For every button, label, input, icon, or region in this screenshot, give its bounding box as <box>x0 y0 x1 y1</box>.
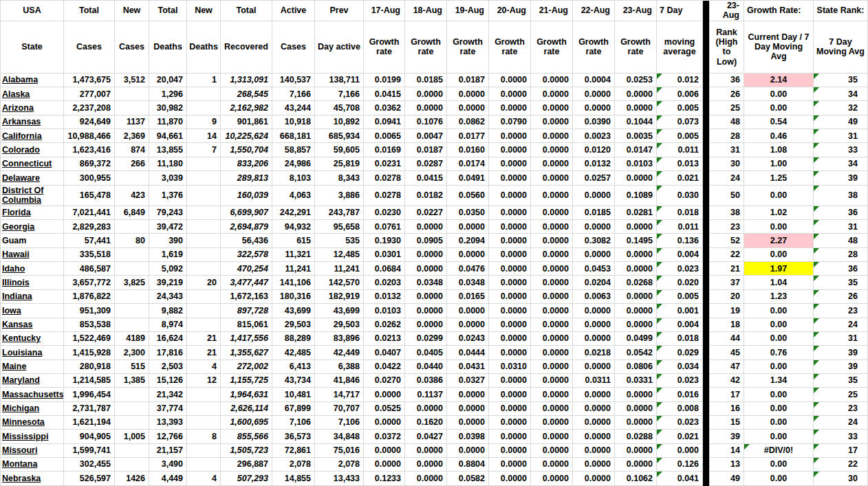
cell-recovered[interactable]: 322,578 <box>221 247 272 261</box>
cell-growth-18aug[interactable]: 0.0427 <box>405 430 447 443</box>
cell-growth-19aug[interactable]: 0.0348 <box>447 276 489 289</box>
cell-growth-22aug[interactable]: 0.0063 <box>573 289 615 303</box>
header-growth-22aug[interactable]: Growth rate <box>573 21 615 73</box>
cell-total-deaths[interactable]: 13,393 <box>149 415 187 429</box>
cell-growth-21aug[interactable]: 0.0000 <box>531 129 573 143</box>
cell-growth-18aug[interactable]: 0.0415 <box>405 171 447 185</box>
cell-growth-17aug[interactable]: 0.0231 <box>364 157 405 170</box>
cell-total-cases[interactable]: 2,731,787 <box>64 401 115 415</box>
cell-growth-22aug[interactable]: 0.0120 <box>573 143 615 157</box>
cell-prev-day-active[interactable]: 8,343 <box>315 171 364 185</box>
cell-active-cases[interactable]: 72,861 <box>272 443 315 457</box>
cell-active-cases[interactable]: 43,244 <box>272 101 315 115</box>
cell-total-cases[interactable]: 165,478 <box>64 185 115 206</box>
cell-growth-18aug[interactable]: 0.0000 <box>405 401 447 415</box>
header-growth-17aug[interactable]: Growth rate <box>364 21 405 73</box>
cell-growth-18aug[interactable]: 0.0187 <box>405 143 447 157</box>
cell-state-rank[interactable]: 30 <box>814 472 868 486</box>
header-growth-18aug[interactable]: Growth rate <box>405 21 447 73</box>
cell-rank[interactable]: 50 <box>710 185 744 206</box>
cell-ratio[interactable]: 0.76 <box>744 346 814 360</box>
cell-total-deaths[interactable]: 79,243 <box>149 206 187 219</box>
cell-growth-21aug[interactable]: 0.0000 <box>531 289 573 303</box>
cell-moving-average[interactable]: 0.073 <box>657 115 703 129</box>
cell-rank[interactable]: 22 <box>710 247 744 261</box>
cell-rank[interactable]: 15 <box>710 415 744 429</box>
cell-total-cases[interactable]: 924,649 <box>64 115 115 129</box>
cell-growth-20aug[interactable]: 0.0000 <box>489 304 531 318</box>
cell-recovered[interactable]: 268,545 <box>221 87 272 101</box>
cell-growth-19aug[interactable]: 0.2094 <box>447 234 489 247</box>
header-state[interactable]: State <box>1 21 64 73</box>
cell-growth-21aug[interactable]: 0.0000 <box>531 73 573 87</box>
cell-ratio[interactable]: 0.00 <box>744 318 814 331</box>
cell-growth-23aug[interactable]: 0.0000 <box>615 388 657 401</box>
cell-growth-18aug[interactable]: 0.0000 <box>405 304 447 318</box>
cell-total-deaths[interactable]: 12,766 <box>149 430 187 443</box>
cell-total-deaths[interactable]: 1,296 <box>149 87 187 101</box>
cell-active-cases[interactable]: 8,103 <box>272 171 315 185</box>
cell-recovered[interactable]: 1,964,631 <box>221 388 272 401</box>
cell-moving-average[interactable]: 0.023 <box>657 262 703 276</box>
header-state-rank[interactable]: State Rank: <box>814 1 868 21</box>
cell-prev-day-active[interactable]: 12,485 <box>315 247 364 261</box>
cell-prev-day-active[interactable]: 14,717 <box>315 388 364 401</box>
header-prev-day-active[interactable]: Day active <box>315 21 364 73</box>
cell-growth-23aug[interactable]: 0.0000 <box>615 171 657 185</box>
cell-rank[interactable]: 45 <box>710 346 744 360</box>
cell-growth-17aug[interactable]: 0.0103 <box>364 304 405 318</box>
cell-active-cases[interactable]: 58,857 <box>272 143 315 157</box>
cell-growth-21aug[interactable]: 0.0000 <box>531 87 573 101</box>
cell-growth-20aug[interactable]: 0.0000 <box>489 443 531 457</box>
cell-growth-22aug[interactable]: 0.0390 <box>573 115 615 129</box>
cell-growth-17aug[interactable]: 0.0230 <box>364 206 405 219</box>
cell-growth-22aug[interactable]: 0.0257 <box>573 171 615 185</box>
cell-growth-19aug[interactable]: 0.0350 <box>447 206 489 219</box>
cell-total-cases[interactable]: 280,918 <box>64 360 115 373</box>
cell-growth-19aug[interactable]: 0.0431 <box>447 360 489 373</box>
header-new-cases[interactable]: New <box>115 1 149 21</box>
cell-state-rank[interactable]: 35 <box>814 73 868 87</box>
cell-rank[interactable]: 49 <box>710 472 744 486</box>
cell-prev-day-active[interactable]: 83,896 <box>315 331 364 345</box>
cell-growth-23aug[interactable]: 0.1044 <box>615 115 657 129</box>
cell-recovered[interactable]: 507,293 <box>221 472 272 486</box>
cell-new-deaths[interactable] <box>187 401 221 415</box>
cell-recovered[interactable]: 56,436 <box>221 234 272 247</box>
cell-state[interactable]: Indiana <box>1 289 64 303</box>
cell-active-cases[interactable]: 88,289 <box>272 331 315 345</box>
cell-new-cases[interactable]: 2,369 <box>115 129 149 143</box>
header-total-cases[interactable]: Cases <box>64 21 115 73</box>
header-total-cases[interactable]: Total <box>64 1 115 21</box>
cell-rank[interactable]: 26 <box>710 87 744 101</box>
cell-total-deaths[interactable]: 3,490 <box>149 457 187 471</box>
cell-moving-average[interactable]: 0.012 <box>657 73 703 87</box>
cell-growth-21aug[interactable]: 0.0000 <box>531 171 573 185</box>
cell-total-cases[interactable]: 904,905 <box>64 430 115 443</box>
cell-ratio[interactable]: 1.02 <box>744 206 814 219</box>
cell-moving-average[interactable]: 0.018 <box>657 331 703 345</box>
header-growth-23aug[interactable]: 23-Aug <box>615 1 657 21</box>
header-rank[interactable]: 23-Aug <box>710 1 744 21</box>
cell-rank[interactable]: 42 <box>710 373 744 387</box>
cell-growth-20aug[interactable]: 0.0000 <box>489 87 531 101</box>
cell-recovered[interactable]: 289,813 <box>221 171 272 185</box>
cell-growth-21aug[interactable]: 0.0000 <box>531 276 573 289</box>
cell-state-rank[interactable]: 23 <box>814 401 868 415</box>
cell-growth-19aug[interactable]: 0.8804 <box>447 457 489 471</box>
cell-growth-18aug[interactable]: 0.0000 <box>405 289 447 303</box>
cell-total-cases[interactable]: 2,829,283 <box>64 220 115 234</box>
cell-state[interactable]: Hawaii <box>1 247 64 261</box>
cell-total-deaths[interactable]: 21,342 <box>149 388 187 401</box>
cell-growth-21aug[interactable]: 0.0000 <box>531 415 573 429</box>
cell-new-cases[interactable] <box>115 289 149 303</box>
cell-prev-day-active[interactable]: 75,016 <box>315 443 364 457</box>
cell-growth-19aug[interactable]: 0.0000 <box>447 388 489 401</box>
cell-total-cases[interactable]: 10,988,466 <box>64 129 115 143</box>
cell-active-cases[interactable]: 6,413 <box>272 360 315 373</box>
cell-moving-average[interactable]: 0.021 <box>657 430 703 443</box>
cell-new-cases[interactable]: 423 <box>115 185 149 206</box>
cell-total-deaths[interactable]: 3,039 <box>149 171 187 185</box>
cell-growth-19aug[interactable]: 0.0000 <box>447 87 489 101</box>
cell-rank[interactable]: 47 <box>710 360 744 373</box>
